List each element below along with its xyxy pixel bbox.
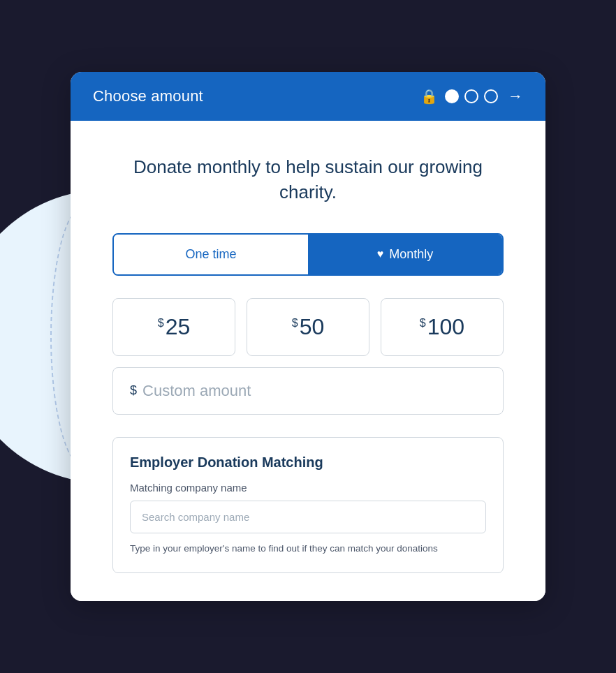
heart-icon: ♥ bbox=[377, 248, 384, 260]
currency-symbol-3: $ bbox=[420, 317, 426, 330]
step-1-dot bbox=[445, 89, 459, 103]
employer-field-label: Matching company name bbox=[130, 482, 486, 494]
employer-hint-text: Type in your employer's name to find out… bbox=[130, 542, 486, 556]
employer-section-title: Employer Donation Matching bbox=[130, 454, 486, 471]
one-time-button[interactable]: One time bbox=[114, 235, 308, 274]
amount-value-3: 100 bbox=[427, 314, 464, 340]
amount-value-1: 25 bbox=[166, 314, 191, 340]
page-title: Choose amount bbox=[93, 87, 203, 105]
custom-currency-symbol: $ bbox=[130, 383, 137, 398]
page-wrapper: Choose amount 🔒 → Donate monthly to help… bbox=[0, 0, 616, 673]
header-controls: 🔒 → bbox=[420, 87, 523, 105]
employer-matching-section: Employer Donation Matching Matching comp… bbox=[112, 437, 504, 573]
step-3-dot bbox=[484, 89, 498, 103]
currency-symbol-1: $ bbox=[158, 317, 164, 330]
amount-value-2: 50 bbox=[300, 314, 325, 340]
company-search-input[interactable]: Search company name bbox=[130, 501, 486, 533]
currency-symbol-2: $ bbox=[292, 317, 298, 330]
monthly-button[interactable]: ♥ Monthly bbox=[308, 235, 502, 274]
custom-amount-placeholder: Custom amount bbox=[142, 382, 251, 400]
amount-100-button[interactable]: $ 100 bbox=[381, 298, 504, 356]
monthly-label: Monthly bbox=[389, 247, 433, 262]
custom-amount-field[interactable]: $ Custom amount bbox=[112, 367, 504, 415]
headline-text: Donate monthly to help sustain our growi… bbox=[112, 154, 504, 205]
amount-25-button[interactable]: $ 25 bbox=[112, 298, 235, 356]
step-indicators bbox=[445, 89, 498, 103]
card-header: Choose amount 🔒 → bbox=[71, 72, 545, 121]
donation-card: Choose amount 🔒 → Donate monthly to help… bbox=[71, 72, 545, 601]
amount-grid: $ 25 $ 50 $ 100 bbox=[112, 298, 504, 356]
step-2-dot bbox=[464, 89, 478, 103]
card-content: Donate monthly to help sustain our growi… bbox=[71, 121, 545, 601]
next-arrow-icon[interactable]: → bbox=[508, 87, 523, 105]
lock-icon: 🔒 bbox=[420, 88, 438, 105]
amount-50-button[interactable]: $ 50 bbox=[247, 298, 369, 356]
frequency-toggle: One time ♥ Monthly bbox=[112, 233, 504, 276]
